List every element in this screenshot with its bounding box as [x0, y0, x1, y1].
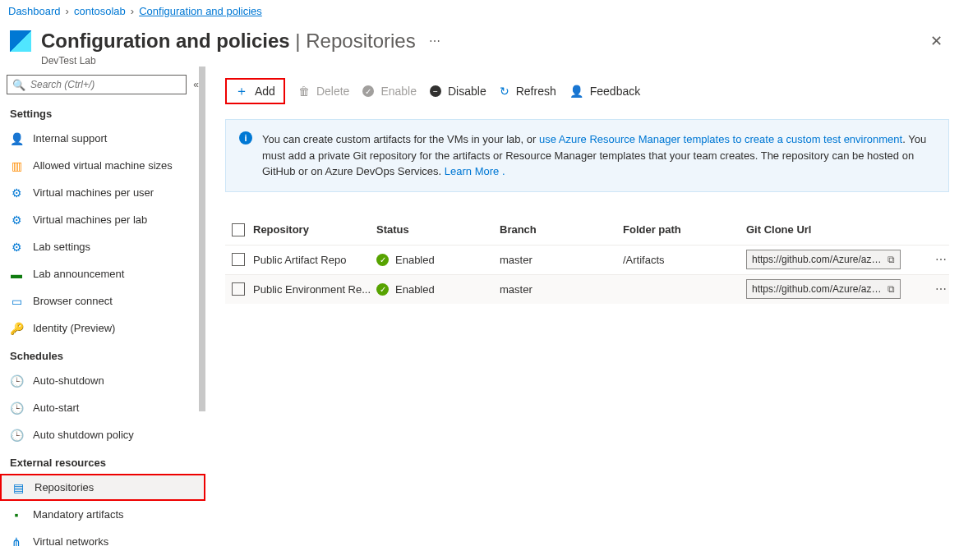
key-icon: 🔑 [10, 322, 23, 335]
chevron-right-icon: › [131, 5, 134, 17]
copy-icon[interactable]: ⧉ [888, 283, 895, 295]
clock-icon: 🕒 [10, 402, 23, 415]
breadcrumb: Dashboard › contosolab › Configuration a… [0, 0, 959, 22]
sidebar-item-lab-settings[interactable]: ⚙Lab settings [0, 233, 205, 260]
network-icon: ⋔ [10, 535, 23, 549]
search-icon: 🔍 [12, 79, 25, 91]
gear-icon: ⚙ [10, 213, 23, 227]
feedback-button[interactable]: 👤Feedback [569, 85, 640, 98]
cell-status: ✓Enabled [376, 254, 500, 266]
disable-icon: − [430, 85, 441, 97]
sidebar-item-lab-announcement[interactable]: ▬Lab announcement [0, 260, 205, 287]
section-schedules: Schedules [0, 342, 205, 367]
sidebar-item-auto-start[interactable]: 🕒Auto-start [0, 394, 205, 421]
chevron-right-icon: › [66, 5, 69, 17]
refresh-icon: ↻ [500, 85, 509, 98]
collapse-sidebar-icon[interactable]: « [193, 79, 199, 90]
feedback-icon: 👤 [569, 85, 583, 98]
person-icon: 👤 [10, 132, 23, 145]
breadcrumb-dashboard[interactable]: Dashboard [8, 5, 61, 17]
sidebar-item-auto-shutdown[interactable]: 🕒Auto-shutdown [0, 367, 205, 394]
sidebar-item-auto-shutdown-policy[interactable]: 🕒Auto shutdown policy [0, 421, 205, 448]
sidebar-item-allowed-sizes[interactable]: ▥Allowed virtual machine sizes [0, 152, 205, 179]
info-link-arm[interactable]: use Azure Resource Manager templates to … [539, 133, 902, 145]
row-more-icon[interactable]: ⋯ [935, 253, 959, 266]
repo-icon: ▤ [12, 481, 25, 494]
col-repository[interactable]: Repository [253, 223, 376, 236]
col-branch[interactable]: Branch [500, 223, 623, 236]
close-icon[interactable]: ✕ [924, 25, 949, 57]
main-content: ＋Add 🗑Delete ✓Enable −Disable ↻Refresh 👤… [205, 67, 959, 560]
checkbox[interactable] [232, 253, 245, 266]
table-header: Repository Status Branch Folder path Git… [225, 215, 949, 245]
search-input-wrap[interactable]: 🔍 [7, 75, 187, 94]
gear-icon: ⚙ [10, 186, 23, 200]
col-folder[interactable]: Folder path [623, 223, 746, 236]
info-banner: i You can create custom artifacts for th… [225, 119, 949, 192]
add-button[interactable]: ＋Add [225, 78, 285, 104]
toolbar: ＋Add 🗑Delete ✓Enable −Disable ↻Refresh 👤… [225, 67, 949, 119]
sidebar-item-identity[interactable]: 🔑Identity (Preview) [0, 314, 205, 342]
checkbox[interactable] [232, 282, 245, 296]
cell-url[interactable]: https://github.com/Azure/azure...⧉ [746, 250, 901, 269]
table-row[interactable]: Public Environment Re... ✓Enabled master… [225, 274, 949, 304]
refresh-button[interactable]: ↻Refresh [500, 85, 556, 98]
table-row[interactable]: Public Artifact Repo ✓Enabled master /Ar… [225, 245, 949, 274]
cell-url[interactable]: https://github.com/Azure/azure...⧉ [746, 279, 901, 299]
cell-repo: Public Environment Re... [253, 283, 376, 296]
scrollbar[interactable] [199, 67, 205, 411]
cell-branch: master [500, 283, 623, 296]
cell-repo: Public Artifact Repo [253, 254, 376, 266]
page-header: Configuration and policies | Repositorie… [0, 22, 959, 57]
sidebar-item-repositories[interactable]: ▤Repositories [0, 474, 205, 501]
cell-branch: master [500, 254, 623, 266]
announcement-icon: ▬ [10, 268, 23, 281]
vm-size-icon: ▥ [10, 159, 23, 172]
section-settings: Settings [0, 99, 205, 125]
sidebar-item-mandatory-artifacts[interactable]: ▪Mandatory artifacts [0, 501, 205, 528]
page-subtitle: DevTest Lab [41, 55, 959, 67]
section-external: External resources [0, 448, 205, 474]
sidebar-item-browser-connect[interactable]: ▭Browser connect [0, 287, 205, 314]
search-input[interactable] [30, 79, 181, 90]
info-link-learn-more[interactable]: Learn More . [445, 165, 505, 177]
col-url[interactable]: Git Clone Url [746, 223, 935, 236]
clock-icon: 🕒 [10, 374, 23, 388]
browser-icon: ▭ [10, 295, 23, 308]
breadcrumb-lab[interactable]: contosolab [74, 5, 126, 17]
copy-icon[interactable]: ⧉ [888, 254, 895, 265]
artifact-icon: ▪ [10, 508, 23, 521]
breadcrumb-current[interactable]: Configuration and policies [139, 5, 262, 17]
repos-table: Repository Status Branch Folder path Git… [225, 215, 949, 304]
sidebar-item-vm-per-user[interactable]: ⚙Virtual machines per user [0, 179, 205, 206]
sidebar: 🔍 « Settings 👤Internal support ▥Allowed … [0, 67, 205, 560]
enable-button[interactable]: ✓Enable [362, 85, 417, 98]
cell-folder: /Artifacts [623, 254, 746, 266]
check-icon: ✓ [362, 85, 374, 97]
clock-icon: 🕒 [10, 429, 23, 442]
sidebar-item-vm-per-lab[interactable]: ⚙Virtual machines per lab [0, 206, 205, 233]
checkbox-all[interactable] [232, 223, 245, 236]
disable-button[interactable]: −Disable [430, 85, 486, 98]
sidebar-item-internal-support[interactable]: 👤Internal support [0, 125, 205, 152]
sidebar-item-virtual-networks[interactable]: ⋔Virtual networks [0, 528, 205, 555]
trash-icon: 🗑 [298, 85, 310, 98]
delete-button[interactable]: 🗑Delete [298, 85, 349, 98]
page-title: Configuration and policies | Repositorie… [41, 30, 416, 53]
success-icon: ✓ [376, 283, 389, 296]
plus-icon: ＋ [235, 83, 248, 100]
more-icon[interactable]: ⋯ [429, 34, 441, 48]
gear-icon: ⚙ [10, 241, 23, 254]
devtestlab-icon [10, 30, 31, 52]
cell-status: ✓Enabled [376, 283, 500, 296]
success-icon: ✓ [376, 254, 389, 266]
col-status[interactable]: Status [376, 223, 500, 236]
info-icon: i [239, 131, 252, 145]
row-more-icon[interactable]: ⋯ [935, 282, 959, 296]
